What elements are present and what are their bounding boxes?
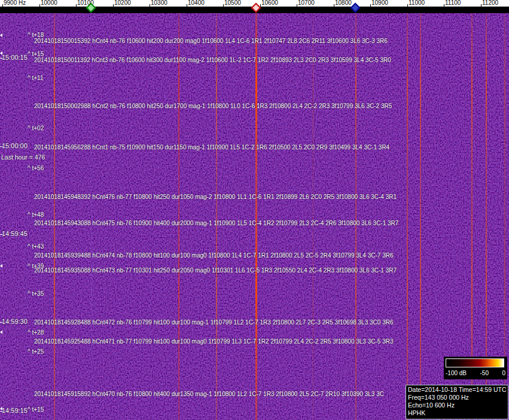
detection-log-line: 20141018145939488 hCnt474 nb-78 f10800 h…: [34, 252, 393, 259]
detection-log-line: 20141018145943088 hCnt475 nb-76 f10900 h…: [34, 220, 398, 226]
spectrogram-waterfall: [0, 13, 509, 420]
freq-tick-label: 10000: [41, 0, 57, 6]
signal-line: [437, 13, 437, 420]
db-scale-label-min: -100 dB: [446, 370, 467, 376]
freq-tick-label: 10400: [188, 0, 205, 6]
time-offset-marker: ^ t+11: [28, 75, 43, 81]
signal-line: [72, 13, 72, 420]
time-offset-marker: ^ t+56: [28, 165, 44, 171]
freq-tick-label: 10700: [298, 0, 315, 6]
status-info-box: Date=2014-10-18 Time=14:59 UTC Freq=143 …: [406, 385, 508, 419]
detection-log-line: 20141018150011392 hCnt3 nb-76 f10600 hit…: [34, 57, 391, 63]
db-scale-label-mid: -50: [480, 370, 489, 376]
freq-tick-label: 10800: [335, 0, 352, 6]
time-offset-marker: ^ t+35: [28, 291, 44, 297]
time-axis-label: 14:59:45: [2, 231, 28, 237]
detection-log-line: 20141018145925488 hCnt471 nb-77 f10799 h…: [34, 338, 393, 345]
freq-tick-label: 10900: [371, 0, 388, 6]
detection-log-line: 20141018150015392 hCnt4 nb-76 f10600 hit…: [34, 38, 388, 44]
detection-log-line: 20141018145935088 hCnt473 nb-77 f10301 h…: [34, 267, 397, 274]
signal-line: [371, 13, 371, 420]
signal-line: [54, 13, 55, 420]
detection-log-line: 20141018150002988 hCnt2 nb-76 f10800 hit…: [34, 103, 392, 109]
info-date-time: Date=2014-10-18 Time=14:59 UTC: [408, 386, 508, 394]
time-axis-label: 14:59:30: [2, 318, 28, 325]
db-color-scale: -100 dB -50 0: [444, 357, 507, 379]
signal-line: [178, 13, 179, 420]
freq-tick-label: 10500: [224, 0, 241, 6]
signal-line: [150, 13, 150, 420]
time-offset-marker: ^ t+02: [28, 125, 44, 131]
meteor-echo-monitor: 9900 Hz 10000 10100 10200 10300 10400 10…: [0, 0, 509, 420]
signal-line: [216, 13, 217, 420]
time-offset-marker: ^ t+15: [28, 407, 44, 413]
detection-log-line: 20141018145928488 hCnt472 nb-76 f10799 h…: [34, 319, 393, 326]
signal-line: [26, 13, 27, 420]
signal-line: [91, 13, 92, 420]
hourly-count-label: Last hour = 476: [1, 154, 45, 161]
info-frequency: Freq=143 050 000 Hz: [408, 394, 508, 401]
detection-log-line: 20141018145915892 hCnt470 nb-76 f10800 h…: [34, 391, 384, 397]
time-offset-marker: ^ t+43: [28, 244, 44, 250]
freq-tick-label: 11000: [409, 0, 425, 6]
signal-line: [293, 13, 294, 420]
signal-line: [313, 13, 313, 420]
time-offset-marker: ^ t+48: [28, 212, 44, 218]
signal-line: [355, 13, 356, 420]
signal-line: [123, 13, 123, 420]
signal-line: [407, 13, 408, 420]
freq-tick-label: 10600: [261, 0, 278, 6]
signal-line: [255, 13, 257, 420]
signal-line: [233, 13, 234, 420]
info-station-id: HPHK: [408, 409, 508, 417]
signal-line: [275, 13, 276, 420]
signal-line: [197, 13, 198, 420]
time-offset-marker: ^ t+25: [28, 349, 44, 355]
time-offset-marker: ^ t+28: [28, 330, 44, 336]
freq-tick-label: 11100: [445, 0, 461, 6]
freq-tick-label: 11200: [482, 0, 498, 6]
signal-line: [389, 13, 389, 420]
signal-line: [420, 13, 421, 420]
time-axis-label: 14:59:15: [2, 407, 28, 414]
freq-tick-label: 10200: [114, 0, 131, 6]
db-scale-labels: -100 dB -50 0: [444, 370, 507, 376]
info-echo-frequency: Echo=10 600 Hz: [408, 401, 508, 409]
db-gradient-bar: [446, 358, 504, 367]
signal-line: [335, 13, 336, 420]
freq-tick-label: 10300: [151, 0, 167, 6]
freq-tick-label: 9900 Hz: [4, 0, 26, 6]
spectrogram-noise: [0, 13, 509, 420]
edge-event-marker-icon: [0, 264, 2, 268]
detection-log-line: 20141018145948392 hCnt476 nb-77 f10800 h…: [34, 194, 397, 200]
edge-event-marker-icon: [0, 33, 2, 37]
edge-event-marker-icon: [0, 330, 2, 334]
time-axis-label: 15:00:15: [2, 54, 28, 61]
time-axis-label: 15:00:00: [2, 143, 28, 149]
detection-log-line: 20141018145956288 hCnt1 nb-75 f10900 hit…: [34, 144, 389, 151]
db-scale-label-max: 0: [502, 370, 505, 376]
